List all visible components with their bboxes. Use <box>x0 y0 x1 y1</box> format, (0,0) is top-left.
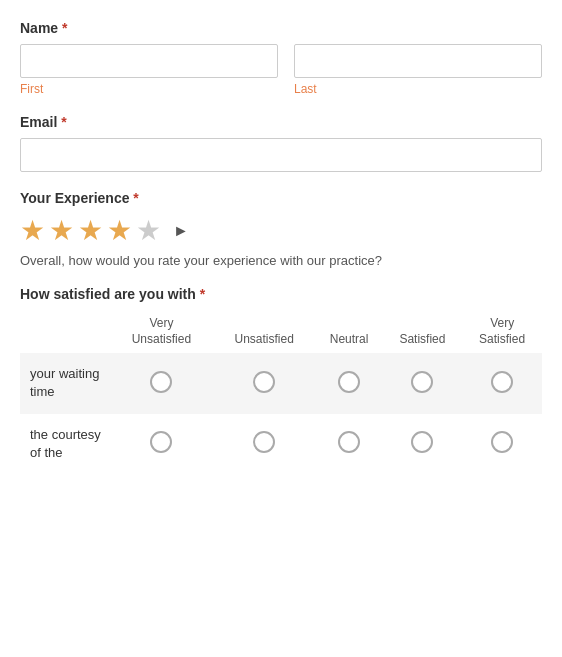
star-3[interactable]: ★ <box>78 214 103 247</box>
radio-cell[interactable] <box>462 414 542 474</box>
radio-cell[interactable] <box>110 353 213 413</box>
radio-courtesy-neutral[interactable] <box>338 431 360 453</box>
radio-courtesy-satisfied[interactable] <box>411 431 433 453</box>
table-header-row: VeryUnsatisfied Unsatisfied Neutral Sati… <box>20 316 542 353</box>
email-required: * <box>61 114 66 130</box>
col-header-neutral: Neutral <box>316 316 383 353</box>
last-name-col: Last <box>294 44 542 96</box>
col-header-item <box>20 316 110 353</box>
col-header-unsatisfied: Unsatisfied <box>213 316 316 353</box>
radio-cell[interactable] <box>316 353 383 413</box>
star-4[interactable]: ★ <box>107 214 132 247</box>
col-header-very-satisfied: VerySatisfied <box>462 316 542 353</box>
stars-row: ★ ★ ★ ★ ★ ► <box>20 214 542 247</box>
col-header-very-unsatisfied: VeryUnsatisfied <box>110 316 213 353</box>
radio-waiting-very-satisfied[interactable] <box>491 371 513 393</box>
experience-desc: Overall, how would you rate your experie… <box>20 253 542 268</box>
row-label-courtesy: the courtesy of the <box>20 414 110 474</box>
satisfied-section: How satisfied are you with * VeryUnsatis… <box>20 286 542 474</box>
name-required: * <box>62 20 67 36</box>
first-sub-label: First <box>20 82 278 96</box>
last-sub-label: Last <box>294 82 542 96</box>
radio-courtesy-very-satisfied[interactable] <box>491 431 513 453</box>
radio-waiting-neutral[interactable] <box>338 371 360 393</box>
name-row: First Last <box>20 44 542 96</box>
experience-label: Your Experience * <box>20 190 542 206</box>
radio-cell[interactable] <box>213 414 316 474</box>
col-header-satisfied: Satisfied <box>383 316 463 353</box>
cursor-icon: ► <box>173 222 189 240</box>
radio-courtesy-very-unsatisfied[interactable] <box>150 431 172 453</box>
experience-required: * <box>133 190 138 206</box>
star-5[interactable]: ★ <box>136 214 161 247</box>
first-name-col: First <box>20 44 278 96</box>
radio-courtesy-unsatisfied[interactable] <box>253 431 275 453</box>
radio-waiting-satisfied[interactable] <box>411 371 433 393</box>
name-section: Name * First Last <box>20 20 542 96</box>
table-row: your waiting time <box>20 353 542 413</box>
satisfied-label: How satisfied are you with * <box>20 286 542 302</box>
star-2[interactable]: ★ <box>49 214 74 247</box>
last-name-input[interactable] <box>294 44 542 78</box>
radio-cell[interactable] <box>316 414 383 474</box>
email-label: Email * <box>20 114 542 130</box>
radio-cell[interactable] <box>462 353 542 413</box>
experience-section: Your Experience * ★ ★ ★ ★ ★ ► Overall, h… <box>20 190 542 268</box>
row-label-waiting: your waiting time <box>20 353 110 413</box>
star-1[interactable]: ★ <box>20 214 45 247</box>
email-section: Email * <box>20 114 542 172</box>
email-input[interactable] <box>20 138 542 172</box>
table-row: the courtesy of the <box>20 414 542 474</box>
radio-cell[interactable] <box>213 353 316 413</box>
name-label: Name * <box>20 20 542 36</box>
radio-waiting-very-unsatisfied[interactable] <box>150 371 172 393</box>
radio-cell[interactable] <box>383 414 463 474</box>
radio-cell[interactable] <box>110 414 213 474</box>
first-name-input[interactable] <box>20 44 278 78</box>
satisfaction-table: VeryUnsatisfied Unsatisfied Neutral Sati… <box>20 316 542 474</box>
radio-cell[interactable] <box>383 353 463 413</box>
satisfied-required: * <box>200 286 205 302</box>
radio-waiting-unsatisfied[interactable] <box>253 371 275 393</box>
